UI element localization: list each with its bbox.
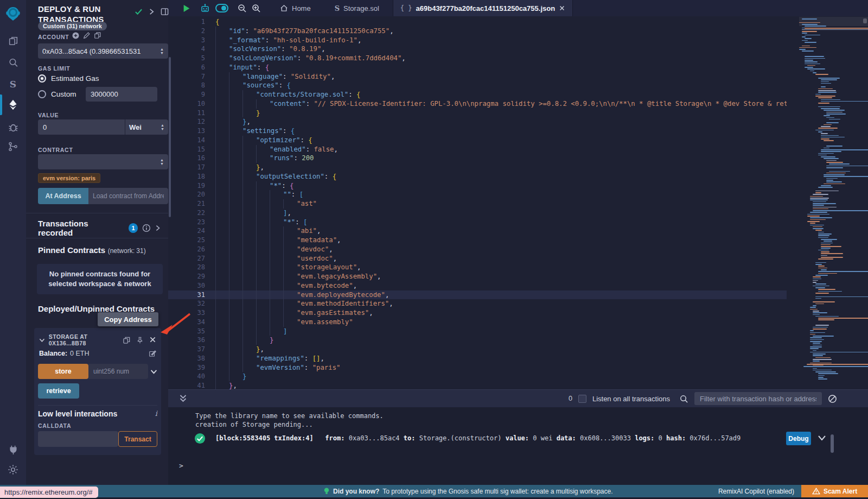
- expand-terminal-icon[interactable]: [179, 394, 187, 403]
- code-line[interactable]: 34"evm.assembly": [168, 318, 787, 327]
- tab-home[interactable]: Home: [273, 0, 318, 16]
- custom-gas-input[interactable]: [86, 87, 157, 102]
- expand-tx-icon[interactable]: [818, 435, 826, 441]
- code-line[interactable]: 15"enabled": false,: [168, 145, 787, 154]
- settings-gear-icon[interactable]: [0, 459, 26, 481]
- code-line[interactable]: 20"": [: [168, 190, 787, 199]
- code-line[interactable]: 2"id": "a69b43f277ba20fcac141151250ca755…: [168, 27, 787, 36]
- solidity-compiler-icon[interactable]: S: [0, 73, 26, 95]
- code-line[interactable]: 33"evm.gasEstimates",: [168, 308, 787, 318]
- code-line[interactable]: 27"userdoc",: [168, 254, 787, 263]
- expand-transactions-icon[interactable]: [155, 225, 161, 231]
- code-line[interactable]: 32"evm.methodIdentifiers",: [168, 299, 787, 308]
- terminal-filter-input[interactable]: [694, 392, 822, 405]
- listen-checkbox[interactable]: [578, 395, 586, 403]
- tab-storage-sol[interactable]: S Storage.sol: [328, 0, 386, 16]
- code-editor[interactable]: 1{2"id": "a69b43f277ba20fcac141151250ca7…: [168, 16, 868, 389]
- stepper-icon[interactable]: ▲▼: [160, 47, 164, 55]
- stepper-icon[interactable]: ▲▼: [160, 158, 164, 166]
- expand-args-icon[interactable]: [150, 369, 157, 374]
- deploy-run-icon[interactable]: [0, 94, 26, 116]
- close-tab-icon[interactable]: [559, 5, 565, 11]
- editor-scrollbar[interactable]: [863, 18, 867, 23]
- chevron-right-icon[interactable]: [149, 8, 155, 15]
- code-line[interactable]: 29"evm.legacyAssembly",: [168, 272, 787, 281]
- code-line[interactable]: 8"sources": {: [168, 81, 787, 90]
- edit-account-icon[interactable]: [83, 31, 91, 41]
- collapse-instance-icon[interactable]: [39, 338, 45, 343]
- scam-alert-button[interactable]: Scam Alert: [801, 485, 868, 497]
- tx-log-line[interactable]: [block:5583405 txIndex:4] from: 0xa03...…: [215, 434, 780, 442]
- code-line[interactable]: 16"runs": 200: [168, 154, 787, 163]
- code-line[interactable]: 6"input": {: [168, 63, 787, 72]
- code-line[interactable]: 21"ast": [168, 199, 787, 209]
- transact-button[interactable]: Transact: [118, 431, 157, 447]
- copy-account-icon[interactable]: [94, 31, 101, 41]
- code-line[interactable]: 10"content": "// SPDX-License-Identifier…: [168, 99, 787, 109]
- retrieve-button[interactable]: retrieve: [38, 383, 79, 399]
- code-line[interactable]: 4"solcVersion": "0.8.19",: [168, 45, 787, 54]
- at-address-button[interactable]: At Address: [38, 188, 88, 204]
- code-line[interactable]: 22],: [168, 209, 787, 218]
- code-line[interactable]: 24"abi",: [168, 226, 787, 236]
- panel-scrollbar[interactable]: [169, 57, 171, 217]
- code-line[interactable]: 9"contracts/Storage.sol": {: [168, 90, 787, 99]
- code-line[interactable]: 28"storageLayout",: [168, 263, 787, 272]
- zoom-in-icon[interactable]: [251, 3, 261, 13]
- code-line[interactable]: 36}: [168, 336, 787, 345]
- code-line[interactable]: 5"solcLongVersion": "0.8.19+commit.7dd6d…: [168, 54, 787, 63]
- low-level-info-icon[interactable]: i: [155, 409, 157, 418]
- pin-panel-icon[interactable]: [161, 8, 169, 16]
- git-icon[interactable]: [0, 136, 26, 157]
- code-line[interactable]: 14"optimizer": {: [168, 136, 787, 145]
- code-line[interactable]: 1{: [168, 17, 787, 27]
- code-line[interactable]: 38"remappings": [],: [168, 354, 787, 363]
- terminal[interactable]: Type the library name to see available c…: [168, 407, 868, 485]
- value-unit-select[interactable]: Wei ▲▼: [125, 119, 168, 135]
- info-icon[interactable]: [142, 224, 151, 232]
- remix-logo[interactable]: [0, 3, 26, 24]
- copilot-toggle-icon[interactable]: [215, 4, 228, 12]
- estimated-gas-radio[interactable]: [38, 74, 46, 83]
- code-line[interactable]: 25"metadata",: [168, 236, 787, 245]
- code-line[interactable]: 17},: [168, 163, 787, 172]
- code-line[interactable]: 39"evmVersion": "paris": [168, 363, 787, 372]
- clear-terminal-icon[interactable]: [828, 394, 837, 403]
- tab-json-active[interactable]: { } a69b43f277ba20fcac141151250ca755.jso…: [393, 0, 573, 16]
- debugger-icon[interactable]: [0, 116, 26, 137]
- plugin-manager-icon[interactable]: [0, 439, 26, 460]
- code-line[interactable]: 13"settings": {: [168, 127, 787, 136]
- account-select[interactable]: 0xA03...85ac4 (0.39866531531 ▲▼: [38, 43, 168, 59]
- code-line[interactable]: 35]: [168, 327, 787, 336]
- debug-button[interactable]: Debug: [786, 432, 811, 445]
- code-line[interactable]: 12},: [168, 117, 787, 127]
- custom-gas-radio[interactable]: [38, 90, 46, 98]
- calldata-input[interactable]: [38, 431, 118, 447]
- minimap[interactable]: [799, 16, 868, 389]
- load-contract-input[interactable]: [88, 188, 168, 204]
- search-icon[interactable]: [0, 52, 26, 73]
- zoom-out-icon[interactable]: [237, 3, 247, 13]
- code-line[interactable]: 18"outputSelection": {: [168, 172, 787, 181]
- code-line[interactable]: 23"*": [: [168, 218, 787, 227]
- value-input[interactable]: [38, 119, 125, 135]
- code-line[interactable]: 30"evm.bytecode",: [168, 281, 787, 290]
- code-line[interactable]: 3"_format": "hh-sol-build-info-1",: [168, 36, 787, 45]
- code-line[interactable]: 40}: [168, 372, 787, 381]
- code-line[interactable]: 19"*": {: [168, 181, 787, 191]
- code-line[interactable]: 41},: [168, 381, 787, 389]
- edit-balance-icon[interactable]: [149, 350, 156, 357]
- add-account-icon[interactable]: [72, 31, 80, 42]
- code-line[interactable]: 7"language": "Solidity",: [168, 72, 787, 81]
- contract-select[interactable]: ▲▼: [38, 154, 168, 169]
- run-script-icon[interactable]: [183, 4, 190, 12]
- terminal-scrollbar[interactable]: [831, 434, 834, 453]
- store-args-input[interactable]: [88, 364, 148, 379]
- copilot-status[interactable]: RemixAI Copilot (enabled): [718, 488, 794, 495]
- file-explorer-icon[interactable]: [0, 30, 26, 52]
- code-line[interactable]: 11}: [168, 109, 787, 118]
- code-line[interactable]: 26"devdoc",: [168, 245, 787, 254]
- code-line[interactable]: 37},: [168, 345, 787, 354]
- stepper-icon[interactable]: ▲▼: [161, 123, 164, 131]
- store-button[interactable]: store: [38, 364, 88, 379]
